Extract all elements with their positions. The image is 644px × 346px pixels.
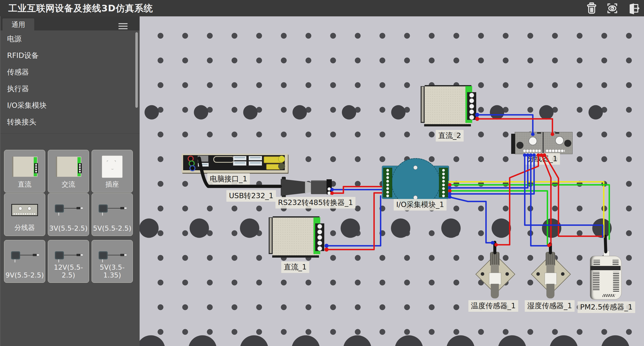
- device-pc-interface-1[interactable]: [182, 154, 288, 173]
- device-label: 直流_1: [281, 261, 309, 273]
- palette-item-12v[interactable]: 12V(5.5-2.5): [48, 240, 89, 283]
- device-dc-power-1[interactable]: [269, 215, 325, 258]
- splitter-terminals[interactable]: [546, 149, 565, 152]
- tab-general[interactable]: 通用: [3, 18, 34, 30]
- device-rs232-485-converter-1[interactable]: [279, 176, 335, 199]
- ac-power-thumb: [48, 154, 89, 179]
- device-label: PM2.5传感器_1: [578, 301, 635, 313]
- usb-port[interactable]: [233, 161, 247, 166]
- psu-terminal-block[interactable]: [315, 223, 324, 251]
- title-bar: 工业互联网设备及接线3D仿真系统: [0, 0, 644, 16]
- io-terminals-right[interactable]: [439, 168, 448, 197]
- device-io-module-1[interactable]: [382, 166, 449, 199]
- usb-port[interactable]: [249, 161, 262, 166]
- db9-connector: [305, 181, 311, 193]
- device-dc-power-2[interactable]: [421, 84, 477, 127]
- device-palette: 直流 交流 ⌜⌝⌣ 插座 分线器 3V(5.5-2.5): [1, 133, 140, 133]
- dc-power-thumb: [4, 154, 45, 179]
- view-icon[interactable]: [606, 2, 619, 15]
- splitter-thumb: [4, 197, 45, 223]
- palette-item-3v[interactable]: 3V(5.5-2.5): [48, 193, 89, 236]
- category-power[interactable]: 电源: [1, 30, 140, 47]
- usb-port[interactable]: [233, 156, 247, 160]
- device-label: 温度传感器_1: [468, 300, 518, 312]
- ps2-block: [198, 156, 208, 162]
- palette-item-splitter[interactable]: 分线器: [4, 193, 45, 236]
- library-tab-bar: 通用: [1, 16, 140, 30]
- category-io-module[interactable]: I/O采集模块: [1, 97, 140, 114]
- round-port-yellow: [278, 156, 285, 162]
- usb-port[interactable]: [249, 156, 262, 160]
- palette-item-ac[interactable]: 交流: [48, 150, 89, 193]
- device-label: 分线器_1: [525, 153, 560, 165]
- device-humidity-sensor-1[interactable]: [535, 248, 566, 301]
- category-sensor[interactable]: 传感器: [1, 64, 140, 80]
- psu-terminal-block[interactable]: [467, 92, 476, 120]
- adapter-thumb: [92, 197, 133, 223]
- splitter-terminals[interactable]: [523, 149, 541, 152]
- device-label: 电脑接口_1: [207, 173, 250, 185]
- splitter-knob: [555, 136, 564, 145]
- audio-jack-blue: [189, 165, 195, 171]
- palette-item-socket[interactable]: ⌜⌝⌣ 插座: [92, 150, 133, 193]
- converter-terminals[interactable]: [327, 179, 332, 194]
- trash-icon[interactable]: [585, 2, 598, 15]
- device-splitter-1[interactable]: [515, 132, 573, 154]
- device-label: 湿度传感器_1: [525, 300, 575, 312]
- device-label: USB转232_1: [226, 190, 276, 202]
- menu-icon[interactable]: [118, 23, 128, 29]
- sidebar-scrollbar[interactable]: [135, 32, 138, 108]
- device-library-panel: 通用 电源 RFID设备 传感器 执行器 I/O采集模块 转换接头 直流 交流 …: [0, 16, 140, 346]
- app-title: 工业互联网设备及接线3D仿真系统: [8, 0, 153, 16]
- device-label: I/O采集模块_1: [394, 199, 447, 211]
- round-port-dark: [278, 163, 285, 170]
- adapter-thumb: [4, 244, 45, 269]
- device-pm25-sensor-1[interactable]: [589, 254, 622, 300]
- toolbar: [585, 2, 639, 15]
- palette-item-5v-slim[interactable]: 5V(3.5-1.35): [92, 240, 133, 283]
- palette-item-dc[interactable]: 直流: [4, 150, 45, 193]
- usb-port[interactable]: [198, 163, 209, 167]
- adapter-thumb: [48, 197, 89, 223]
- socket-thumb: ⌜⌝⌣: [92, 154, 133, 179]
- device-label: 直流_2: [436, 130, 464, 142]
- device-temperature-sensor-1[interactable]: [480, 248, 510, 301]
- category-adapter[interactable]: 转换接头: [1, 114, 140, 130]
- splitter-knob: [529, 137, 537, 145]
- exit-icon[interactable]: [626, 2, 639, 15]
- palette-item-9v[interactable]: 9V(5.5-2.5): [4, 240, 45, 283]
- palette-item-5v[interactable]: 5V(5.5-2.5): [92, 193, 133, 236]
- panel-cutout: [213, 156, 234, 163]
- category-actuator[interactable]: 执行器: [1, 80, 140, 97]
- category-rfid[interactable]: RFID设备: [1, 47, 140, 64]
- device-label: RS232转485转换器_1: [275, 197, 355, 209]
- category-list: 电源 RFID设备 传感器 执行器 I/O采集模块 转换接头: [1, 30, 140, 130]
- io-terminals-left[interactable]: [383, 168, 392, 197]
